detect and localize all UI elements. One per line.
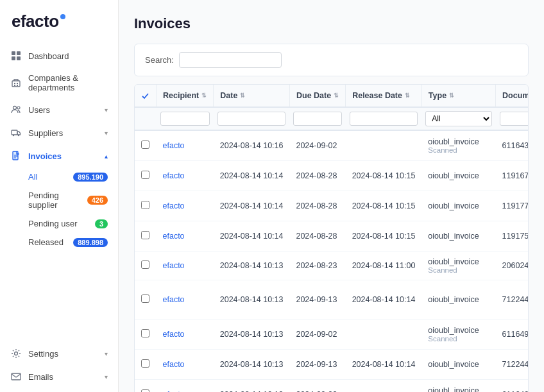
check-all-header[interactable]	[135, 85, 157, 107]
row-due-date: 2024-09-13	[289, 280, 345, 320]
sidebar-item-settings[interactable]: Settings ▾	[0, 342, 118, 365]
row-document-no: 6116493	[496, 320, 529, 350]
file-icon	[10, 150, 22, 162]
recipient-link[interactable]: efacto	[163, 360, 185, 369]
row-checkbox[interactable]	[141, 260, 149, 269]
sub-item-label: Pending user	[28, 219, 78, 228]
recipient-link[interactable]: efacto	[163, 171, 185, 180]
sidebar-item-all[interactable]: All 895.190	[0, 167, 118, 186]
row-checkbox-cell[interactable]	[135, 280, 157, 320]
row-checkbox[interactable]	[141, 359, 149, 368]
sidebar-item-label: Users	[28, 105, 98, 115]
filter-type-select[interactable]: All oioubl_invoice oioubl_creditnote	[425, 111, 491, 126]
filter-due-date[interactable]	[289, 107, 345, 130]
row-checkbox[interactable]	[141, 329, 149, 337]
sidebar-item-label: Suppliers	[28, 128, 98, 138]
row-checkbox[interactable]	[141, 171, 149, 179]
type-text: oioubl_invoice	[428, 232, 479, 241]
row-date: 2024-08-14 10:13	[214, 380, 290, 393]
table-row: efacto 2024-08-14 10:14 2024-08-28 2024-…	[135, 161, 529, 191]
row-checkbox-cell[interactable]	[135, 130, 157, 161]
row-checkbox-cell[interactable]	[135, 251, 157, 280]
sort-icon: ⇅	[240, 92, 245, 99]
row-type: oioubl_invoice	[421, 280, 495, 320]
recipient-link[interactable]: efacto	[163, 261, 185, 270]
svg-point-10	[17, 107, 20, 109]
users-icon	[10, 104, 22, 115]
type-text: oioubl_invoice	[428, 171, 479, 180]
svg-rect-4	[12, 81, 20, 87]
svg-rect-8	[17, 85, 18, 86]
filter-release-date[interactable]	[346, 107, 422, 130]
col-release-date[interactable]: Release Date⇅	[346, 85, 422, 107]
row-checkbox-cell[interactable]	[135, 380, 157, 393]
recipient-link[interactable]: efacto	[163, 295, 185, 304]
invoices-table: Recipient⇅ Date⇅ Due Date⇅ Release Date⇅	[135, 85, 529, 392]
row-release-date: 2024-08-14 11:00	[346, 251, 422, 280]
recipient-link[interactable]: efacto	[163, 141, 185, 150]
grid-icon	[10, 50, 22, 62]
row-checkbox[interactable]	[141, 389, 149, 392]
row-checkbox[interactable]	[141, 201, 149, 209]
row-checkbox-cell[interactable]	[135, 350, 157, 380]
gear-icon	[10, 348, 22, 359]
col-type[interactable]: Type⇅	[421, 85, 495, 107]
table-row: efacto 2024-08-14 10:14 2024-08-28 2024-…	[135, 221, 529, 251]
filter-recipient-input[interactable]	[160, 112, 210, 126]
sidebar-item-companies[interactable]: Companies & departments	[0, 67, 118, 98]
svg-rect-2	[12, 56, 15, 60]
row-checkbox-cell[interactable]	[135, 320, 157, 350]
filter-release-date-input[interactable]	[350, 112, 418, 126]
col-document-no[interactable]: Document No⇅	[496, 85, 529, 107]
sidebar-item-dashboard[interactable]: Dashboard	[0, 44, 118, 67]
row-due-date: 2024-09-02	[289, 320, 345, 350]
logo-area: efacto	[0, 0, 118, 40]
sidebar-item-released[interactable]: Released 889.898	[0, 233, 118, 251]
row-checkbox[interactable]	[141, 231, 149, 239]
row-recipient: efacto	[157, 221, 214, 251]
row-due-date: 2024-09-13	[289, 350, 345, 380]
filter-recipient[interactable]	[157, 107, 214, 130]
filter-doc-input[interactable]	[500, 112, 529, 126]
row-checkbox[interactable]	[141, 294, 149, 303]
sidebar-item-users[interactable]: Users ▾	[0, 98, 118, 121]
sidebar-item-label: Settings	[28, 349, 98, 359]
row-document-no: 119167	[496, 161, 529, 191]
filter-date[interactable]	[214, 107, 290, 130]
sidebar-item-emails[interactable]: Emails ▾	[0, 365, 118, 388]
svg-rect-0	[12, 51, 15, 55]
page-title: Invoices	[134, 15, 529, 32]
col-recipient[interactable]: Recipient⇅	[157, 85, 214, 107]
sidebar-item-suppliers[interactable]: Suppliers ▾	[0, 121, 118, 144]
sort-icon: ⇅	[201, 92, 207, 99]
recipient-link[interactable]: efacto	[163, 201, 185, 210]
row-due-date: 2024-09-02	[289, 130, 345, 161]
all-badge: 895.190	[73, 173, 108, 182]
row-checkbox-cell[interactable]	[135, 161, 157, 191]
row-due-date: 2024-08-28	[289, 161, 345, 191]
table-row: efacto 2024-08-14 10:13 2024-08-23 2024-…	[135, 251, 529, 280]
type-text: oioubl_invoice	[428, 326, 479, 335]
search-input[interactable]	[179, 52, 282, 68]
type-text: oioubl_invoice	[428, 295, 479, 304]
sidebar-item-pending-user[interactable]: Pending user 3	[0, 214, 118, 233]
recipient-link[interactable]: efacto	[163, 330, 185, 339]
row-recipient: efacto	[157, 320, 214, 350]
row-recipient: efacto	[157, 161, 214, 191]
sidebar-item-invoices[interactable]: Invoices ▴	[0, 144, 118, 167]
sidebar-item-pending-supplier[interactable]: Pending supplier 426	[0, 186, 118, 214]
col-date[interactable]: Date⇅	[214, 85, 290, 107]
svg-point-9	[13, 107, 17, 110]
row-checkbox[interactable]	[141, 141, 149, 149]
col-due-date[interactable]: Due Date⇅	[289, 85, 345, 107]
filter-due-date-input[interactable]	[293, 112, 341, 126]
row-checkbox-cell[interactable]	[135, 221, 157, 251]
sort-icon: ⇅	[449, 92, 454, 99]
filter-type[interactable]: All oioubl_invoice oioubl_creditnote	[421, 107, 495, 130]
filter-date-input[interactable]	[217, 112, 286, 126]
row-type: oioubl_invoice	[421, 221, 495, 251]
row-checkbox-cell[interactable]	[135, 191, 157, 221]
recipient-link[interactable]: efacto	[163, 232, 185, 241]
row-document-no: 20602434296	[496, 251, 529, 280]
filter-document-no[interactable]	[496, 107, 529, 130]
